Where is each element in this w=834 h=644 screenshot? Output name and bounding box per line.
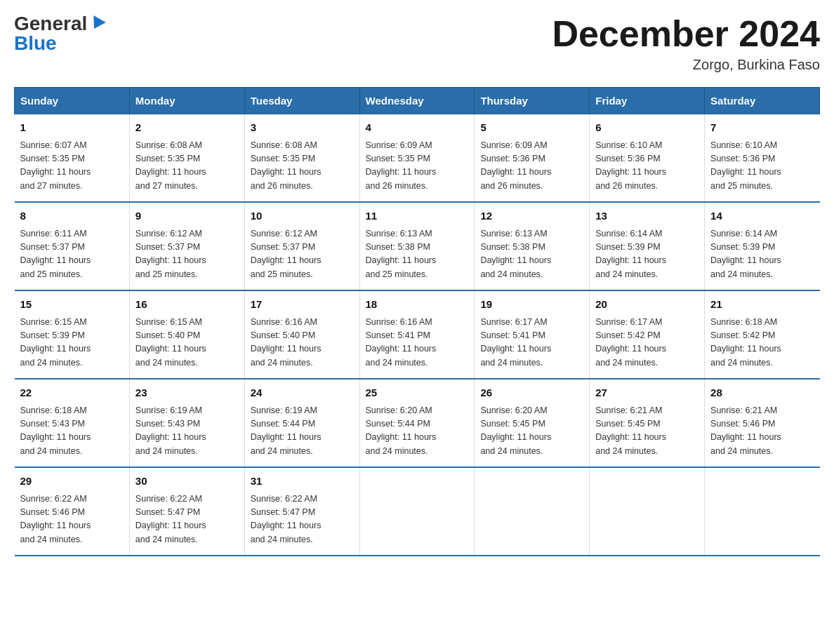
col-saturday: Saturday (705, 88, 820, 114)
calendar-day: 31 Sunrise: 6:22 AMSunset: 5:47 PMDaylig… (244, 467, 359, 556)
day-info: Sunrise: 6:18 AMSunset: 5:42 PMDaylight:… (710, 317, 781, 368)
day-info: Sunrise: 6:15 AMSunset: 5:40 PMDaylight:… (135, 317, 206, 368)
calendar-day: 21 Sunrise: 6:18 AMSunset: 5:42 PMDaylig… (705, 290, 820, 379)
calendar-day: 24 Sunrise: 6:19 AMSunset: 5:44 PMDaylig… (244, 379, 359, 467)
day-number: 6 (595, 120, 699, 136)
calendar-day: 25 Sunrise: 6:20 AMSunset: 5:44 PMDaylig… (359, 379, 475, 467)
day-number: 5 (480, 120, 583, 136)
calendar-day: 7 Sunrise: 6:10 AMSunset: 5:36 PMDayligh… (705, 114, 820, 203)
day-info: Sunrise: 6:12 AMSunset: 5:37 PMDaylight:… (251, 229, 322, 279)
calendar-body: 1 Sunrise: 6:07 AMSunset: 5:35 PMDayligh… (15, 114, 820, 556)
day-info: Sunrise: 6:14 AMSunset: 5:39 PMDaylight:… (595, 229, 666, 279)
day-info: Sunrise: 6:16 AMSunset: 5:40 PMDaylight:… (251, 317, 322, 368)
day-number: 27 (595, 385, 699, 401)
title-section: December 2024 Zorgo, Burkina Faso (552, 14, 820, 73)
day-info: Sunrise: 6:22 AMSunset: 5:47 PMDaylight:… (251, 494, 322, 544)
day-number: 1 (20, 120, 124, 136)
calendar-day: 12 Sunrise: 6:13 AMSunset: 5:38 PMDaylig… (475, 202, 590, 290)
day-info: Sunrise: 6:13 AMSunset: 5:38 PMDaylight:… (480, 229, 551, 279)
calendar-day: 15 Sunrise: 6:15 AMSunset: 5:39 PMDaylig… (15, 290, 130, 379)
col-sunday: Sunday (15, 88, 130, 114)
calendar-week-2: 8 Sunrise: 6:11 AMSunset: 5:37 PMDayligh… (15, 202, 820, 290)
day-number: 30 (135, 474, 239, 490)
calendar-day: 19 Sunrise: 6:17 AMSunset: 5:41 PMDaylig… (475, 290, 590, 379)
col-tuesday: Tuesday (244, 88, 359, 114)
day-number: 22 (20, 385, 124, 401)
calendar-day: 17 Sunrise: 6:16 AMSunset: 5:40 PMDaylig… (244, 290, 359, 379)
day-number: 21 (710, 297, 814, 313)
col-wednesday: Wednesday (359, 88, 475, 114)
page-header: General Blue December 2024 Zorgo, Burkin… (14, 14, 820, 73)
day-number: 20 (595, 297, 699, 313)
day-info: Sunrise: 6:08 AMSunset: 5:35 PMDaylight:… (251, 140, 322, 191)
day-number: 23 (135, 385, 239, 401)
calendar-day: 18 Sunrise: 6:16 AMSunset: 5:41 PMDaylig… (359, 290, 475, 379)
calendar-day: 13 Sunrise: 6:14 AMSunset: 5:39 PMDaylig… (590, 202, 705, 290)
logo: General Blue (14, 14, 104, 53)
day-number: 26 (480, 385, 583, 401)
day-info: Sunrise: 6:19 AMSunset: 5:43 PMDaylight:… (135, 405, 206, 456)
day-number: 2 (135, 120, 239, 136)
col-thursday: Thursday (475, 88, 590, 114)
calendar-day (359, 467, 475, 556)
calendar-day: 20 Sunrise: 6:17 AMSunset: 5:42 PMDaylig… (590, 290, 705, 379)
day-info: Sunrise: 6:13 AMSunset: 5:38 PMDaylight:… (366, 229, 437, 279)
day-info: Sunrise: 6:16 AMSunset: 5:41 PMDaylight:… (366, 317, 437, 368)
col-monday: Monday (129, 88, 244, 114)
day-info: Sunrise: 6:18 AMSunset: 5:43 PMDaylight:… (20, 405, 91, 456)
calendar-day: 8 Sunrise: 6:11 AMSunset: 5:37 PMDayligh… (15, 202, 130, 290)
day-number: 24 (251, 385, 354, 401)
day-number: 19 (480, 297, 583, 313)
calendar-week-1: 1 Sunrise: 6:07 AMSunset: 5:35 PMDayligh… (15, 114, 820, 203)
calendar-day: 10 Sunrise: 6:12 AMSunset: 5:37 PMDaylig… (244, 202, 359, 290)
day-number: 31 (251, 474, 354, 490)
header-row: Sunday Monday Tuesday Wednesday Thursday… (15, 88, 820, 114)
location-subtitle: Zorgo, Burkina Faso (552, 57, 820, 73)
calendar-week-3: 15 Sunrise: 6:15 AMSunset: 5:39 PMDaylig… (15, 290, 820, 379)
calendar-day: 23 Sunrise: 6:19 AMSunset: 5:43 PMDaylig… (129, 379, 244, 467)
day-info: Sunrise: 6:11 AMSunset: 5:37 PMDaylight:… (20, 229, 91, 279)
day-number: 4 (366, 120, 469, 136)
calendar-day: 29 Sunrise: 6:22 AMSunset: 5:46 PMDaylig… (15, 467, 130, 556)
day-info: Sunrise: 6:17 AMSunset: 5:42 PMDaylight:… (595, 317, 666, 368)
day-info: Sunrise: 6:22 AMSunset: 5:47 PMDaylight:… (135, 494, 206, 544)
day-number: 13 (595, 208, 699, 224)
calendar-day: 3 Sunrise: 6:08 AMSunset: 5:35 PMDayligh… (244, 114, 359, 203)
day-number: 14 (710, 208, 814, 224)
day-info: Sunrise: 6:09 AMSunset: 5:35 PMDaylight:… (366, 140, 437, 191)
calendar-day: 22 Sunrise: 6:18 AMSunset: 5:43 PMDaylig… (15, 379, 130, 467)
day-number: 15 (20, 297, 124, 313)
day-info: Sunrise: 6:22 AMSunset: 5:46 PMDaylight:… (20, 494, 91, 544)
day-info: Sunrise: 6:20 AMSunset: 5:45 PMDaylight:… (480, 405, 551, 456)
calendar-header: Sunday Monday Tuesday Wednesday Thursday… (15, 88, 820, 114)
calendar-day: 2 Sunrise: 6:08 AMSunset: 5:35 PMDayligh… (129, 114, 244, 203)
calendar-day: 5 Sunrise: 6:09 AMSunset: 5:36 PMDayligh… (475, 114, 590, 203)
day-number: 25 (366, 385, 469, 401)
day-info: Sunrise: 6:20 AMSunset: 5:44 PMDaylight:… (366, 405, 437, 456)
day-info: Sunrise: 6:12 AMSunset: 5:37 PMDaylight:… (135, 229, 206, 279)
logo-triangle-icon (88, 15, 106, 32)
calendar-table: Sunday Monday Tuesday Wednesday Thursday… (14, 87, 820, 556)
calendar-week-4: 22 Sunrise: 6:18 AMSunset: 5:43 PMDaylig… (15, 379, 820, 467)
day-info: Sunrise: 6:21 AMSunset: 5:46 PMDaylight:… (710, 405, 781, 456)
day-info: Sunrise: 6:10 AMSunset: 5:36 PMDaylight:… (710, 140, 781, 191)
calendar-day: 30 Sunrise: 6:22 AMSunset: 5:47 PMDaylig… (129, 467, 244, 556)
calendar-day: 9 Sunrise: 6:12 AMSunset: 5:37 PMDayligh… (129, 202, 244, 290)
calendar-day: 11 Sunrise: 6:13 AMSunset: 5:38 PMDaylig… (359, 202, 475, 290)
calendar-day: 26 Sunrise: 6:20 AMSunset: 5:45 PMDaylig… (475, 379, 590, 467)
calendar-day: 27 Sunrise: 6:21 AMSunset: 5:45 PMDaylig… (590, 379, 705, 467)
calendar-day: 6 Sunrise: 6:10 AMSunset: 5:36 PMDayligh… (590, 114, 705, 203)
col-friday: Friday (590, 88, 705, 114)
day-number: 11 (366, 208, 469, 224)
day-number: 16 (135, 297, 239, 313)
calendar-day: 4 Sunrise: 6:09 AMSunset: 5:35 PMDayligh… (359, 114, 475, 203)
calendar-day (590, 467, 705, 556)
logo-general-text: General (14, 14, 87, 34)
day-info: Sunrise: 6:15 AMSunset: 5:39 PMDaylight:… (20, 317, 91, 368)
day-number: 9 (135, 208, 239, 224)
day-info: Sunrise: 6:07 AMSunset: 5:35 PMDaylight:… (20, 140, 91, 191)
logo-blue-text: Blue (14, 34, 57, 53)
month-title: December 2024 (552, 14, 820, 54)
day-info: Sunrise: 6:10 AMSunset: 5:36 PMDaylight:… (595, 140, 666, 191)
day-number: 29 (20, 474, 124, 490)
